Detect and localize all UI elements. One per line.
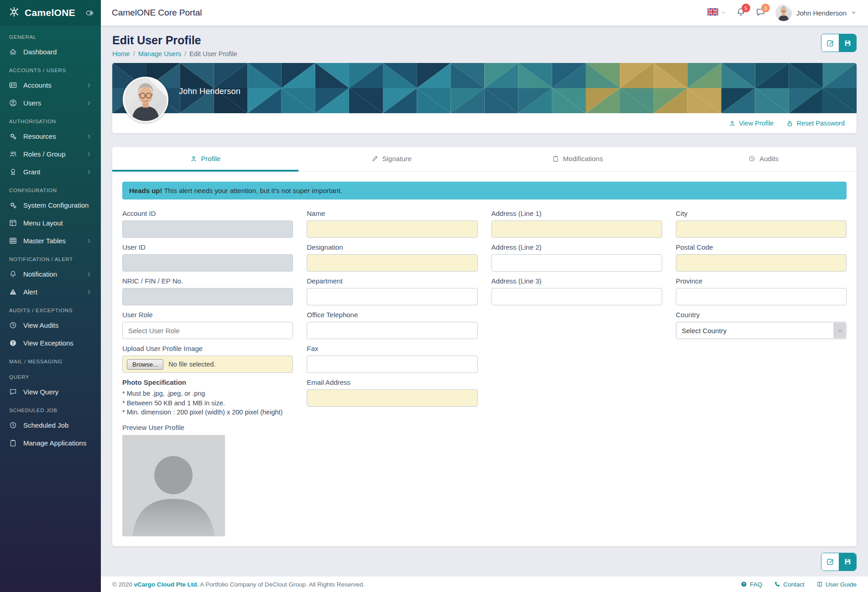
language-selector[interactable] (707, 8, 726, 17)
breadcrumb-link-home[interactable]: Home (112, 50, 130, 58)
province-input[interactable] (676, 288, 847, 305)
tab-signature[interactable]: Signature (298, 147, 485, 172)
edit-button[interactable] (821, 34, 839, 52)
avatar-photo (775, 5, 792, 21)
info-alert: Heads up! This alert needs your attentio… (122, 182, 847, 199)
sidebar-item-scheduled-job[interactable]: Scheduled Job (0, 416, 101, 434)
designation-input[interactable] (307, 254, 477, 272)
sidebar-item-alert[interactable]: Alert (0, 283, 101, 301)
browse-button[interactable]: Browse... (127, 359, 163, 370)
sidebar-item-menu-layout[interactable]: Menu Layout (0, 214, 101, 232)
account-id-input[interactable] (122, 220, 293, 238)
sidebar-item-view-exceptions[interactable]: View Exceptions (0, 334, 101, 352)
country-select[interactable]: Select Country (676, 322, 847, 339)
tab-audits[interactable]: Audits (670, 147, 857, 172)
profile-image-file-input[interactable]: Browse... No file selected. (122, 356, 293, 373)
postal-code-input[interactable] (676, 254, 847, 272)
photo-specification-rule: * Min. dimension : 200 pixel (width) x 2… (122, 408, 293, 417)
field-designation: Designation (307, 243, 477, 272)
sidebar-item-system-configuration[interactable]: System Configuration (0, 196, 101, 214)
user-id-input[interactable] (122, 254, 293, 272)
chevron-down-icon (851, 10, 856, 15)
chevron-down-icon (721, 10, 726, 15)
footer-link-contact[interactable]: Contact (774, 581, 805, 588)
clipboard-icon (9, 439, 17, 447)
user-menu[interactable]: John Henderson (775, 5, 856, 21)
office-telephone-input[interactable] (307, 322, 477, 339)
user-role-input[interactable] (122, 322, 293, 339)
reset-password-link[interactable]: Reset Password (786, 120, 845, 127)
chevron-right-icon (86, 83, 92, 88)
sidebar-item-view-audits[interactable]: View Audits (0, 316, 101, 334)
address-line-3-input[interactable] (492, 288, 662, 305)
preview-placeholder-image (122, 435, 225, 536)
view-profile-link[interactable]: View Profile (729, 120, 774, 127)
nric-fin-ep-no-input[interactable] (122, 288, 293, 305)
field-label-name: Name (307, 210, 477, 217)
sidebar-section-accounts-users: ACCOUNTS / USERS Accounts Users (0, 61, 101, 112)
tab-modifications[interactable]: Modifications (485, 147, 671, 172)
tab-bar: ProfileSignatureModificationsAudits (112, 147, 857, 172)
sidebar-item-accounts[interactable]: Accounts (0, 76, 101, 94)
pen-icon (371, 155, 378, 162)
address-line-1-input[interactable] (492, 220, 662, 238)
tab-profile[interactable]: Profile (112, 147, 298, 172)
sidebar-item-dashboard[interactable]: Dashboard (0, 43, 101, 61)
person-icon (190, 155, 197, 162)
warning-icon (9, 288, 17, 296)
save-button[interactable] (839, 34, 856, 52)
company-link[interactable]: vCargo Cloud Pte Ltd. (134, 581, 199, 588)
field-office-telephone: Office Telephone (307, 311, 477, 339)
sidebar-item-label: Alert (23, 288, 80, 296)
message-badge: 3 (761, 4, 770, 12)
award-icon (9, 168, 17, 176)
sidebar-section-general: GENERAL Dashboard (0, 27, 101, 61)
field-label-postal-code: Postal Code (676, 243, 847, 251)
field-label-address-line-3: Address (Line 3) (492, 277, 662, 285)
chevron-right-icon (86, 238, 92, 244)
save-button[interactable] (839, 553, 856, 571)
sidebar-item-grant[interactable]: Grant (0, 163, 101, 181)
breadcrumb-link-manage-users[interactable]: Manage Users (138, 50, 181, 58)
exclamation-icon (9, 339, 17, 347)
field-user-id: User ID (122, 243, 293, 272)
name-input[interactable] (307, 220, 477, 238)
id-card-icon (9, 81, 17, 89)
sidebar-section-title: AUTHORISATION (0, 112, 101, 127)
footer-link-faq[interactable]: FAQ (741, 581, 762, 588)
brand-name: CamelONE (25, 7, 86, 18)
sidebar-item-notification[interactable]: Notification (0, 265, 101, 283)
sidebar-item-label: Users (23, 99, 80, 107)
sidebar-section-title: SCHEDULED JOB (0, 401, 101, 416)
department-input[interactable] (307, 288, 477, 305)
select-arrow (834, 323, 846, 338)
notifications-button[interactable]: 5 (736, 7, 746, 18)
fax-input[interactable] (307, 356, 477, 373)
sidebar-section-title: MAIL / MESSAGING (0, 352, 101, 367)
preview-user-profile: Preview User Profile (122, 424, 293, 536)
field-nric-fin-ep-no: NRIC / FIN / EP No. (122, 277, 293, 305)
breadcrumb-current: Edit User Profile (189, 50, 237, 58)
sidebar-item-view-query[interactable]: View Query (0, 383, 101, 401)
edit-button[interactable] (821, 553, 839, 571)
sidebar-item-manage-applications[interactable]: Manage Applications (0, 434, 101, 452)
footer: © 2020 vCargo Cloud Pte Ltd. A Portfolio… (101, 576, 868, 592)
chat-icon (9, 388, 17, 396)
profile-name: John Henderson (179, 87, 241, 96)
tab-panel-profile: Heads up! This alert needs your attentio… (112, 172, 857, 546)
email-address-input[interactable] (307, 389, 477, 407)
footer-link-user-guide[interactable]: User Guide (816, 581, 857, 588)
city-input[interactable] (676, 220, 847, 238)
sidebar-item-resources[interactable]: Resources (0, 127, 101, 145)
sidebar-item-master-tables[interactable]: Master Tables (0, 232, 101, 250)
address-line-2-input[interactable] (492, 254, 662, 272)
sidebar-item-roles-group[interactable]: Roles / Group (0, 145, 101, 163)
sidebar-section-title: NOTIFICATION / ALERT (0, 250, 101, 265)
field-label-address-line-2: Address (Line 2) (492, 243, 662, 251)
topbar-right: 5 3 John Henderson (707, 5, 856, 21)
sidebar-toggle-button[interactable] (86, 9, 94, 17)
chevron-right-icon (86, 169, 92, 175)
sidebar-item-users[interactable]: Users (0, 94, 101, 112)
messages-button[interactable]: 3 (756, 7, 765, 18)
sidebar-item-label: Manage Applications (23, 439, 92, 447)
